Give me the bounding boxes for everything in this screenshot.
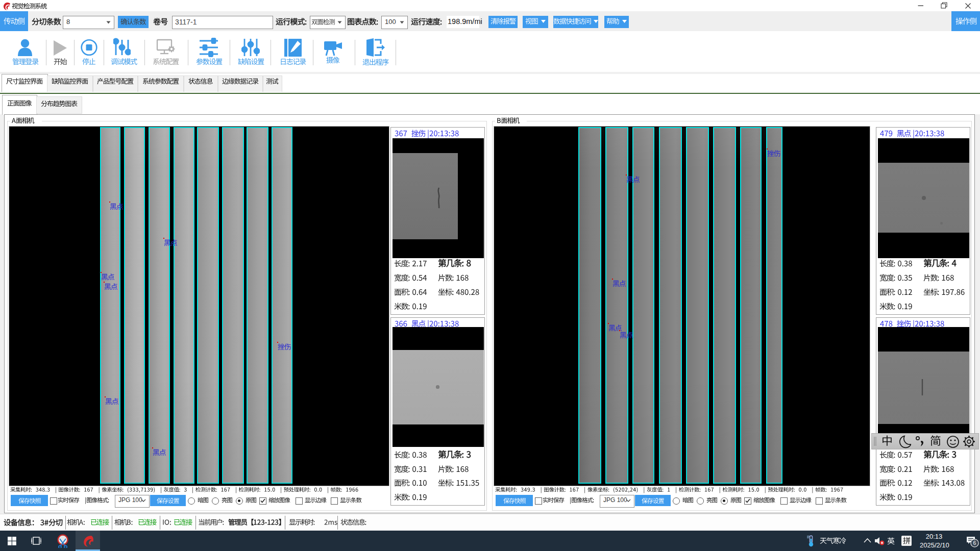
svg-text:6: 6 [973,540,976,546]
